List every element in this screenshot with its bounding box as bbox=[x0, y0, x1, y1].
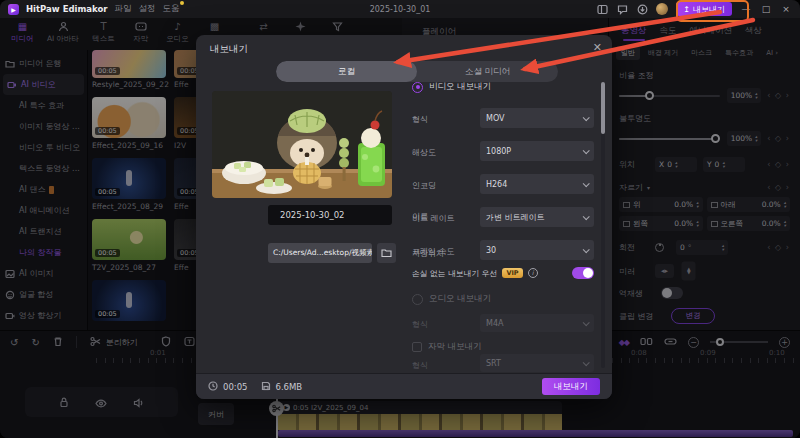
tab-social-media[interactable]: 소셜 미디어 bbox=[417, 61, 558, 82]
minimize-button[interactable]: — bbox=[740, 4, 752, 14]
app-title: HitPaw Edimakor bbox=[26, 4, 108, 14]
dialog-title: 내보내기 bbox=[210, 43, 248, 56]
chevron-down-icon bbox=[583, 246, 590, 253]
video-preview-thumbnail bbox=[212, 91, 392, 198]
audio-format-label: 형식 bbox=[412, 319, 428, 330]
format-label: 형식 bbox=[412, 114, 428, 125]
framerate-dropdown[interactable]: 30 bbox=[480, 240, 594, 260]
subtitle-format-label: 형식 bbox=[412, 360, 428, 371]
menu-help-label: 도움 bbox=[163, 3, 180, 13]
chevron-down-icon bbox=[583, 213, 590, 220]
subtitle-export-checkbox[interactable] bbox=[412, 342, 422, 352]
resolution-dropdown[interactable]: 1080P bbox=[480, 141, 594, 161]
lossless-label: 손실 없는 내보내기 우선 bbox=[412, 268, 497, 279]
lossless-toggle[interactable] bbox=[572, 267, 594, 279]
dialog-scrollbar[interactable] bbox=[601, 82, 605, 368]
encoding-value: H264 bbox=[486, 180, 507, 189]
notification-dot bbox=[180, 1, 184, 5]
subtitle-export-label: 자막 내보내기 bbox=[428, 341, 482, 353]
export-target-tabs: 로컬 소셜 미디어 bbox=[276, 61, 558, 82]
audio-export-label: 오디오 내보내기 bbox=[429, 293, 491, 305]
framerate-value: 30 bbox=[486, 246, 496, 255]
export-file-size: 6.6MB bbox=[276, 382, 303, 392]
menu-help[interactable]: 도움 bbox=[163, 3, 180, 15]
browse-folder-button[interactable] bbox=[377, 243, 396, 263]
dialog-export-button[interactable]: 내보내기 bbox=[542, 378, 600, 395]
format-value: MOV bbox=[486, 114, 505, 123]
avatar[interactable] bbox=[656, 3, 668, 15]
menu-settings[interactable]: 설정 bbox=[139, 3, 156, 15]
resolution-value: 1080P bbox=[486, 147, 511, 156]
bitrate-value: 가변 비트레이트 bbox=[486, 212, 545, 223]
save-location-input[interactable]: C:/Users/Ad...esktop/视频素材 bbox=[268, 243, 372, 263]
app-window: ▶ HitPaw Edimakor 파일 설정 도움 2025-10-30_01… bbox=[0, 0, 800, 438]
project-name: 2025-10-30_01 bbox=[300, 5, 500, 14]
bitrate-label: 비트 레이트 bbox=[412, 213, 455, 224]
export-dialog: 내보내기 ✕ 로컬 소셜 미디어 bbox=[196, 35, 612, 399]
file-name-input[interactable]: 2025-10-30_02 bbox=[268, 205, 392, 225]
chevron-down-icon bbox=[583, 180, 590, 187]
titlebar: ▶ HitPaw Edimakor 파일 설정 도움 2025-10-30_01… bbox=[0, 0, 800, 18]
audio-format-dropdown[interactable]: M4A bbox=[480, 314, 594, 332]
resolution-label: 해상도 bbox=[412, 147, 436, 158]
encoding-label: 인코딩 bbox=[412, 180, 436, 191]
export-button-label: 내보내기 bbox=[693, 4, 725, 15]
info-icon[interactable]: i bbox=[528, 268, 538, 278]
menu-file[interactable]: 파일 bbox=[115, 3, 132, 15]
export-button[interactable]: ↥내보내기 bbox=[676, 2, 732, 16]
vip-badge: VIP bbox=[502, 268, 522, 278]
app-logo-icon: ▶ bbox=[8, 4, 19, 15]
layout-panels-icon[interactable] bbox=[596, 3, 608, 15]
clock-icon bbox=[208, 381, 218, 393]
video-export-label: 비디오 내보내기 bbox=[429, 81, 491, 93]
bitrate-dropdown[interactable]: 가변 비트레이트 bbox=[480, 207, 594, 227]
chevron-down-icon bbox=[583, 114, 590, 121]
encoding-dropdown[interactable]: H264 bbox=[480, 174, 594, 194]
subtitle-format-dropdown[interactable]: SRT bbox=[480, 354, 594, 372]
video-export-radio[interactable] bbox=[412, 82, 423, 93]
close-button[interactable]: × bbox=[780, 4, 792, 14]
dialog-close-icon[interactable]: ✕ bbox=[593, 41, 602, 54]
audio-export-radio[interactable] bbox=[412, 294, 423, 305]
upload-icon: ↥ bbox=[683, 5, 690, 14]
dialog-footer: 00:05 6.6MB 내보내기 bbox=[196, 373, 612, 399]
maximize-button[interactable]: □ bbox=[760, 4, 772, 14]
download-icon[interactable] bbox=[636, 3, 648, 15]
framerate-label: 프레임 속도 bbox=[412, 246, 455, 257]
audio-format-value: M4A bbox=[486, 319, 503, 328]
export-duration: 00:05 bbox=[223, 382, 248, 392]
format-dropdown[interactable]: MOV bbox=[480, 108, 594, 128]
chevron-down-icon bbox=[583, 147, 590, 154]
chevron-down-icon bbox=[583, 319, 590, 326]
tab-local[interactable]: 로컬 bbox=[276, 61, 417, 82]
subtitle-format-value: SRT bbox=[486, 359, 501, 368]
feedback-icon[interactable] bbox=[616, 3, 628, 15]
disk-icon bbox=[261, 381, 271, 393]
chevron-down-icon bbox=[583, 359, 590, 366]
